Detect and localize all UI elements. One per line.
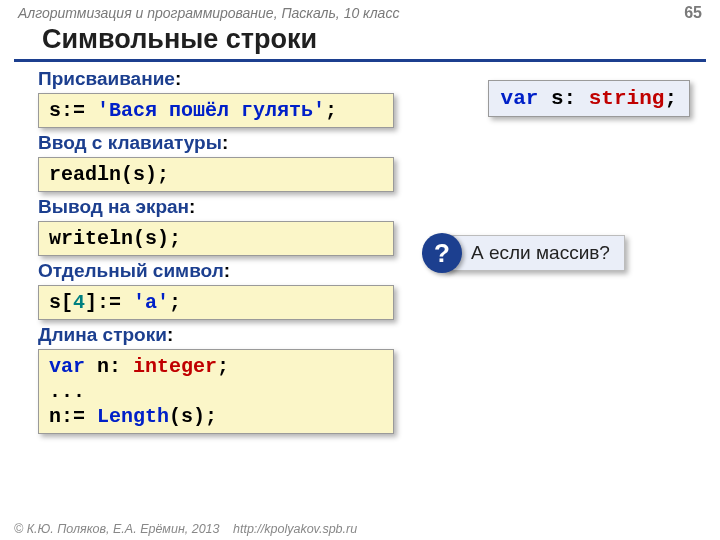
question-icon: ?	[422, 233, 462, 273]
colon: :	[224, 260, 230, 281]
label-assign-text: Присваивание	[38, 68, 175, 89]
callout: ? А если массив?	[422, 233, 625, 273]
code-output: writeln(s);	[38, 221, 394, 256]
footer-url: http://kpolyakov.spb.ru	[233, 522, 357, 536]
code-assign: s:= 'Вася пошёл гулять';	[38, 93, 394, 128]
footer: © К.Ю. Поляков, Е.А. Ерёмин, 2013 http:/…	[14, 522, 357, 536]
code-char: s[4]:= 'a';	[38, 285, 394, 320]
code-char-idx: 4	[73, 291, 85, 314]
colon: :	[167, 324, 173, 345]
page-number: 65	[684, 4, 702, 22]
course-label: Алгоритмизация и программирование, Паска…	[18, 5, 399, 21]
type-integer: integer	[133, 355, 217, 378]
code-char-b: ]:=	[85, 291, 133, 314]
colon: :	[189, 196, 195, 217]
label-len-text: Длина строки	[38, 324, 167, 345]
code-char-val: 'a'	[133, 291, 169, 314]
header-bar: Алгоритмизация и программирование, Паска…	[0, 0, 720, 24]
code-len-ellipsis: ...	[49, 379, 383, 404]
code-char-a: s[	[49, 291, 73, 314]
code-assign-r: ;	[325, 99, 337, 122]
label-char-text: Отдельный символ	[38, 260, 224, 281]
code-char-c: ;	[169, 291, 181, 314]
footer-authors: © К.Ю. Поляков, Е.А. Ерёмин, 2013	[14, 522, 220, 536]
keyword-var: var	[49, 355, 85, 378]
colon: :	[222, 132, 228, 153]
label-len: Длина строки:	[38, 324, 720, 346]
code-len-l3c: (s);	[169, 405, 217, 428]
page-title: Символьные строки	[14, 24, 706, 62]
code-input: readln(s);	[38, 157, 394, 192]
label-input-text: Ввод с клавиатуры	[38, 132, 222, 153]
label-assign: Присваивание:	[38, 68, 720, 90]
code-len-l1d: ;	[217, 355, 229, 378]
callout-box: А если массив?	[444, 235, 625, 271]
func-length: Length	[97, 405, 169, 428]
code-output-text: writeln(s);	[49, 227, 181, 250]
code-len-l1b: n:	[85, 355, 133, 378]
colon: :	[175, 68, 181, 89]
code-len-l3a: n:=	[49, 405, 97, 428]
label-input: Ввод с клавиатуры:	[38, 132, 720, 154]
code-assign-str: 'Вася пошёл гулять'	[97, 99, 325, 122]
label-output-text: Вывод на экран	[38, 196, 189, 217]
label-output: Вывод на экран:	[38, 196, 720, 218]
code-input-text: readln(s);	[49, 163, 169, 186]
code-len: var n: integer; ... n:= Length(s);	[38, 349, 394, 434]
code-assign-l: s:=	[49, 99, 97, 122]
